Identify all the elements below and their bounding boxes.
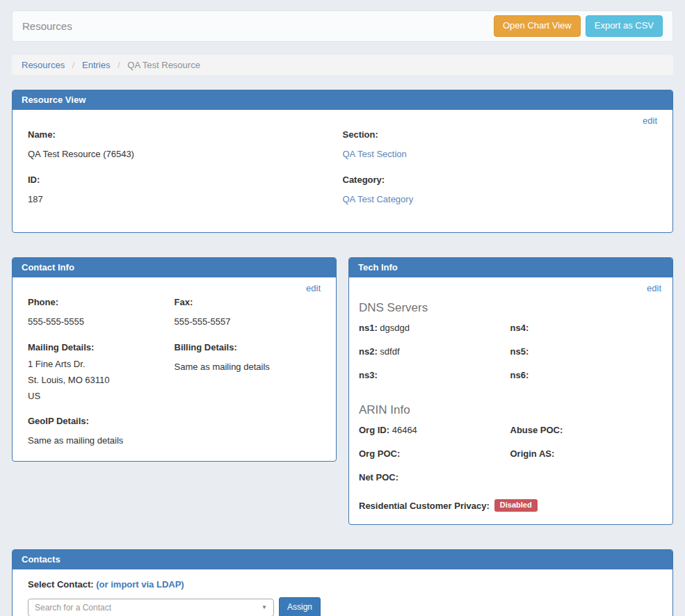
- resource-view-panel-body: edit Name: QA Test Resource (76543) ID: …: [13, 110, 672, 232]
- page-title: Resources: [22, 20, 72, 32]
- org-id-field: Org ID: 46464: [359, 425, 510, 435]
- origin-as-label: Origin AS:: [510, 448, 555, 459]
- resource-category-link[interactable]: QA Test Category: [343, 194, 414, 204]
- fax-field: Fax: 555-555-5557: [175, 297, 321, 327]
- contact-info-panel: Contact Info edit Phone: 555-555-5555 Fa…: [12, 257, 337, 462]
- mailing-address-line: 1 Fine Arts Dr.: [28, 359, 175, 368]
- geoip-details-value: Same as mailing details: [28, 435, 321, 446]
- ns1-value: dgsdgd: [380, 323, 410, 333]
- contacts-panel-title: Contacts: [13, 550, 672, 569]
- resource-section-label: Section:: [343, 129, 658, 140]
- contact-info-panel-body: edit Phone: 555-555-5555 Fax: 555-555-55…: [13, 277, 336, 461]
- ns6-label: ns6:: [510, 370, 529, 380]
- tech-info-panel: Tech Info edit DNS Servers ns1: dgsdgd n…: [348, 257, 673, 525]
- dns-servers-heading: DNS Servers: [359, 301, 661, 315]
- resource-section-link[interactable]: QA Test Section: [343, 149, 407, 159]
- mailing-details-field: Mailing Details: 1 Fine Arts Dr. St. Lou…: [28, 342, 175, 400]
- resource-name-field: Name: QA Test Resource (76543): [28, 129, 343, 159]
- breadcrumb-separator: /: [118, 60, 120, 70]
- header-buttons: Open Chart View Export as CSV: [494, 15, 663, 36]
- resource-view-panel-title: Resource View: [13, 90, 672, 110]
- ns1-field: ns1: dgsdgd: [359, 323, 510, 332]
- resource-id-field: ID: 187: [28, 175, 343, 204]
- origin-as-field: Origin AS:: [510, 449, 662, 458]
- open-chart-view-button[interactable]: Open Chart View: [494, 15, 581, 36]
- geoip-details-label: GeoIP Details:: [28, 416, 321, 426]
- ns4-label: ns4:: [510, 323, 529, 333]
- contact-select[interactable]: Search for a Contact ▼: [28, 599, 274, 616]
- contact-info-panel-title: Contact Info: [13, 258, 336, 277]
- resource-category-label: Category:: [343, 175, 658, 185]
- residential-privacy-label: Residential Customer Privacy:: [359, 501, 490, 511]
- billing-details-label: Billing Details:: [175, 342, 321, 352]
- ns3-label: ns3:: [359, 370, 378, 380]
- mailing-address-line: US: [28, 391, 175, 400]
- phone-value: 555-555-5555: [28, 316, 175, 327]
- contact-info-edit-link[interactable]: edit: [306, 283, 321, 293]
- import-via-ldap-link[interactable]: (or import via LDAP): [96, 579, 184, 590]
- resource-view-panel: Resource View edit Name: QA Test Resourc…: [12, 90, 673, 233]
- ns4-field: ns4:: [510, 323, 662, 332]
- geoip-details-field: GeoIP Details: Same as mailing details: [28, 416, 321, 446]
- spacer: [12, 525, 673, 549]
- resource-id-value: 187: [28, 194, 343, 204]
- residential-privacy-field: Residential Customer Privacy: Disabled: [359, 499, 661, 512]
- ns2-field: ns2: sdfdf: [359, 347, 510, 356]
- page-header: Resources Open Chart View Export as CSV: [12, 10, 673, 42]
- breadcrumb-current: QA Test Resource: [127, 60, 200, 70]
- billing-details-field: Billing Details: Same as mailing details: [175, 342, 321, 372]
- ns1-label: ns1:: [359, 323, 378, 333]
- contact-select-placeholder: Search for a Contact: [35, 603, 111, 613]
- breadcrumb-separator: /: [72, 60, 75, 70]
- breadcrumb-entries-link[interactable]: Entries: [82, 60, 110, 70]
- net-poc-label: Net POC:: [359, 472, 398, 483]
- page: Resources Open Chart View Export as CSV …: [0, 0, 685, 616]
- fax-label: Fax:: [175, 297, 321, 307]
- info-panels-row: Contact Info edit Phone: 555-555-5555 Fa…: [12, 257, 673, 525]
- resource-id-label: ID:: [28, 175, 343, 185]
- org-id-value: 46464: [392, 425, 417, 435]
- assign-button[interactable]: Assign: [279, 597, 321, 616]
- ns6-field: ns6:: [510, 371, 662, 380]
- abuse-poc-field: Abuse POC:: [510, 425, 662, 435]
- ns5-field: ns5:: [510, 347, 662, 356]
- mailing-details-label: Mailing Details:: [28, 342, 175, 352]
- resource-name-value: QA Test Resource (76543): [28, 149, 343, 159]
- select-contact-label: Select Contact:: [28, 579, 94, 590]
- export-csv-button[interactable]: Export as CSV: [586, 15, 663, 36]
- phone-label: Phone:: [28, 297, 175, 307]
- privacy-disabled-badge: Disabled: [494, 499, 538, 512]
- net-poc-field: Net POC:: [359, 473, 510, 482]
- ns5-label: ns5:: [510, 346, 529, 357]
- contacts-panel-body: Select Contact: (or import via LDAP) Sea…: [13, 569, 672, 616]
- fax-value: 555-555-5557: [175, 316, 321, 327]
- breadcrumb: Resources / Entries / QA Test Resource: [12, 55, 673, 75]
- caret-down-icon: ▼: [261, 604, 267, 610]
- select-contact-label-row: Select Contact: (or import via LDAP): [28, 579, 657, 590]
- org-poc-label: Org POC:: [359, 448, 400, 459]
- tech-info-edit-link[interactable]: edit: [647, 283, 661, 293]
- tech-info-panel-body: edit DNS Servers ns1: dgsdgd ns2: sdfdf …: [349, 277, 672, 524]
- tech-info-panel-title: Tech Info: [349, 258, 672, 277]
- contacts-panel: Contacts Select Contact: (or import via …: [12, 549, 673, 616]
- ns3-field: ns3:: [359, 371, 510, 380]
- resource-category-field: Category: QA Test Category: [343, 175, 658, 204]
- ns2-value: sdfdf: [380, 346, 399, 357]
- arin-info-heading: ARIN Info: [359, 403, 661, 417]
- org-poc-field: Org POC:: [359, 449, 510, 458]
- abuse-poc-label: Abuse POC:: [510, 425, 563, 435]
- billing-details-value: Same as mailing details: [175, 362, 321, 372]
- phone-field: Phone: 555-555-5555: [28, 297, 175, 327]
- mailing-address-line: St. Louis, MO 63110: [28, 375, 175, 384]
- resource-name-label: Name:: [28, 129, 343, 140]
- breadcrumb-resources-link[interactable]: Resources: [22, 60, 65, 70]
- org-id-label: Org ID:: [359, 425, 389, 435]
- ns2-label: ns2:: [359, 346, 378, 357]
- resource-view-edit-link[interactable]: edit: [643, 115, 657, 126]
- resource-section-field: Section: QA Test Section: [343, 129, 658, 159]
